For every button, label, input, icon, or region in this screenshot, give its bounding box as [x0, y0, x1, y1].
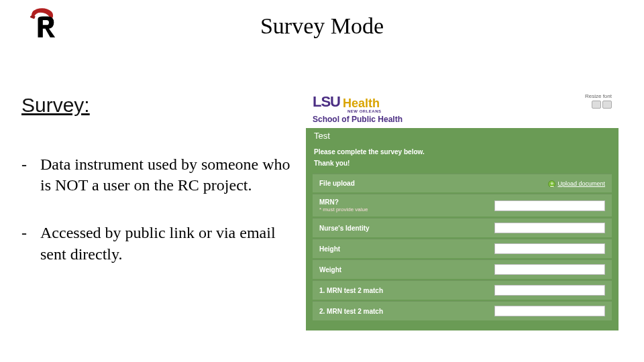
lsu-logo-text: LSU — [313, 93, 340, 111]
field-file-upload: File upload + Upload document — [313, 174, 612, 192]
survey-fields: File upload + Upload document MRN? * mus… — [306, 174, 619, 320]
lsu-school: School of Public Health — [313, 115, 402, 124]
field-label: Height — [319, 245, 491, 253]
resize-font-label: Resize font — [585, 93, 612, 99]
bullet-text: Data instrument used by someone who is N… — [40, 154, 303, 196]
survey-screenshot: LSU Health NEW ORLEANS School of Public … — [306, 89, 619, 330]
field-label: MRN? — [319, 198, 491, 206]
field-label: File upload — [319, 180, 491, 187]
lsu-brand: LSU Health NEW ORLEANS School of Public … — [313, 93, 402, 124]
field-label: Nurse's Identity — [319, 225, 491, 232]
field-required: * must provide value — [319, 206, 491, 213]
field-mrn-test-1: 1. MRN test 2 match — [313, 280, 612, 300]
survey-prompt: Please complete the survey below. — [306, 143, 619, 160]
field-label: 1. MRN test 2 match — [319, 287, 491, 294]
mrn-input[interactable] — [494, 200, 605, 211]
field-label: Weight — [319, 266, 491, 274]
survey-header: LSU Health NEW ORLEANS School of Public … — [306, 89, 619, 128]
font-increase-button[interactable] — [602, 101, 612, 109]
field-mrn-test-2: 2. MRN test 2 match — [313, 301, 612, 320]
slide-title: Survey Mode — [0, 13, 644, 39]
bullet-item: - Accessed by public link or via email s… — [21, 223, 303, 264]
font-decrease-button[interactable] — [592, 101, 601, 109]
survey-title: Test — [306, 128, 619, 143]
upload-add-icon: + — [548, 180, 555, 188]
bullet-text: Accessed by public link or via email sen… — [40, 223, 303, 264]
mrn-test-1-input[interactable] — [494, 285, 605, 296]
resize-font-area: Resize font — [585, 93, 612, 109]
field-height: Height — [313, 239, 612, 258]
field-mrn: MRN? * must provide value — [313, 194, 612, 217]
weight-input[interactable] — [494, 264, 605, 275]
section-heading: Survey: — [21, 94, 90, 117]
upload-document-link[interactable]: + Upload document — [548, 180, 605, 188]
bullet-item: - Data instrument used by someone who is… — [21, 154, 303, 196]
field-weight: Weight — [313, 259, 612, 279]
survey-thanks: Thank you! — [306, 160, 619, 174]
field-label: 2. MRN test 2 match — [319, 308, 491, 315]
upload-link-text: Upload document — [557, 180, 605, 187]
height-input[interactable] — [494, 243, 605, 254]
lsu-new-orleans: NEW ORLEANS — [347, 109, 382, 113]
bullet-list: - Data instrument used by someone who is… — [21, 154, 303, 292]
field-nurse-identity: Nurse's Identity — [313, 218, 612, 237]
nurse-identity-input[interactable] — [494, 223, 605, 233]
mrn-test-2-input[interactable] — [494, 306, 605, 316]
lsu-health-text: Health — [343, 97, 380, 111]
